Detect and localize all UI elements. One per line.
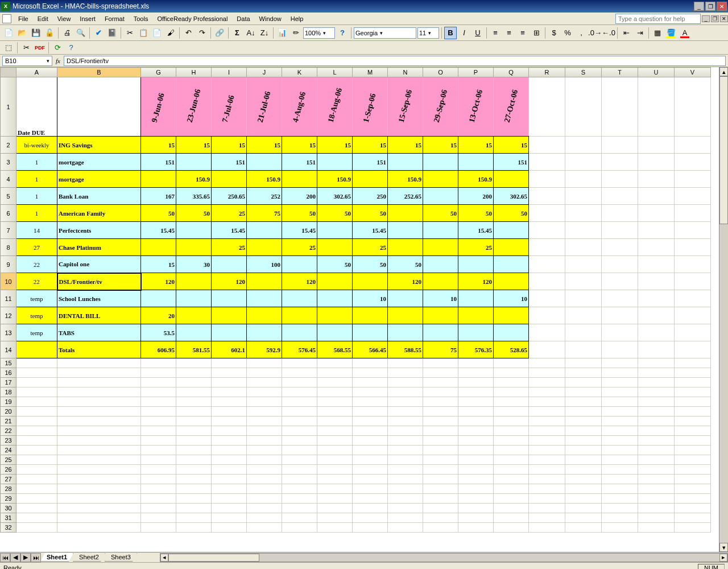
- cell-M32[interactable]: [353, 523, 388, 533]
- cell-L26[interactable]: [317, 465, 353, 475]
- cell-M18[interactable]: [353, 387, 388, 397]
- tab-next-icon[interactable]: ▶: [20, 553, 31, 562]
- cell-I18[interactable]: [212, 387, 247, 397]
- cell-val-14-4[interactable]: 576.45: [282, 341, 317, 358]
- cell-V25[interactable]: [675, 455, 711, 465]
- fill-color-icon[interactable]: 🪣: [665, 27, 677, 39]
- cell-U7[interactable]: [638, 222, 675, 239]
- cell-I27[interactable]: [212, 475, 247, 484]
- cell-U17[interactable]: [638, 378, 675, 387]
- cell-Q28[interactable]: [494, 484, 529, 494]
- cell-H21[interactable]: [176, 417, 212, 426]
- cell-U12[interactable]: [638, 307, 675, 324]
- col-header-P[interactable]: P: [458, 68, 494, 77]
- cell-M29[interactable]: [353, 494, 388, 504]
- date-header-7[interactable]: 15-Sep-06: [388, 77, 423, 137]
- row-header-17[interactable]: 17: [1, 378, 16, 387]
- sheet-tab-sheet1[interactable]: Sheet1: [40, 553, 73, 562]
- col-header-N[interactable]: N: [388, 68, 423, 77]
- save-icon[interactable]: 💾: [30, 27, 42, 39]
- cell-R29[interactable]: [529, 494, 565, 504]
- cell-val-14-7[interactable]: 588.55: [388, 341, 423, 358]
- cell-H20[interactable]: [176, 407, 212, 417]
- cell-R11[interactable]: [529, 290, 565, 307]
- cell-V16[interactable]: [675, 368, 711, 378]
- cell-val-3-5[interactable]: [317, 154, 353, 171]
- cell-P19[interactable]: [458, 397, 494, 407]
- currency-icon[interactable]: $: [548, 27, 560, 39]
- cell-H23[interactable]: [176, 436, 212, 446]
- cell-L17[interactable]: [317, 378, 353, 387]
- cell-val-4-8[interactable]: [423, 171, 458, 188]
- cell-J32[interactable]: [247, 523, 282, 533]
- cell-val-14-10[interactable]: 528.65: [494, 341, 529, 358]
- cell-P25[interactable]: [458, 455, 494, 465]
- tab-last-icon[interactable]: ⏭: [31, 553, 41, 562]
- cell-val-10-7[interactable]: 120: [388, 273, 423, 290]
- cell-val-9-1[interactable]: 30: [176, 256, 212, 273]
- cell-val-7-1[interactable]: [176, 222, 212, 239]
- cell-P15[interactable]: [458, 358, 494, 368]
- cell-due-7[interactable]: 14: [16, 222, 57, 239]
- cell-H24[interactable]: [176, 446, 212, 455]
- cell-J19[interactable]: [247, 397, 282, 407]
- cell-S5[interactable]: [565, 188, 602, 205]
- cell-K27[interactable]: [282, 475, 317, 484]
- row-header-18[interactable]: 18: [1, 387, 16, 397]
- cell-T15[interactable]: [602, 358, 638, 368]
- cell-M16[interactable]: [353, 368, 388, 378]
- cell-val-2-8[interactable]: 15: [423, 137, 458, 154]
- tab-prev-icon[interactable]: ◀: [10, 553, 20, 562]
- name-box[interactable]: B10▾: [2, 56, 52, 66]
- cell-I21[interactable]: [212, 417, 247, 426]
- cell-name-5[interactable]: Bank Loan: [57, 188, 141, 205]
- cell-U5[interactable]: [638, 188, 675, 205]
- cell-val-12-4[interactable]: [282, 307, 317, 324]
- increase-indent-icon[interactable]: ⇥: [634, 27, 646, 39]
- cell-val-3-6[interactable]: 151: [353, 154, 388, 171]
- cell-val-4-7[interactable]: 150.9: [388, 171, 423, 188]
- cell-R2[interactable]: [529, 137, 565, 154]
- cell-val-7-8[interactable]: [423, 222, 458, 239]
- cell-val-5-5[interactable]: 302.65: [317, 188, 353, 205]
- refresh-icon[interactable]: ⟳: [51, 42, 64, 54]
- cell-H25[interactable]: [176, 455, 212, 465]
- cell-V13[interactable]: [675, 324, 711, 341]
- cell-val-10-3[interactable]: [247, 273, 282, 290]
- cell-val-9-8[interactable]: [423, 256, 458, 273]
- cell-V17[interactable]: [675, 378, 711, 387]
- cell-T13[interactable]: [602, 324, 638, 341]
- cell-S32[interactable]: [565, 523, 602, 533]
- cell-T22[interactable]: [602, 426, 638, 436]
- cell-val-3-8[interactable]: [423, 154, 458, 171]
- cell-val-11-7[interactable]: [388, 290, 423, 307]
- cell-O23[interactable]: [423, 436, 458, 446]
- cell-S30[interactable]: [565, 504, 602, 513]
- cell-H19[interactable]: [176, 397, 212, 407]
- cell-S20[interactable]: [565, 407, 602, 417]
- cell-due-14[interactable]: [16, 341, 57, 358]
- cell-Q24[interactable]: [494, 446, 529, 455]
- cell-val-6-3[interactable]: 75: [247, 205, 282, 222]
- cell-J23[interactable]: [247, 436, 282, 446]
- cell-I23[interactable]: [212, 436, 247, 446]
- cell-A20[interactable]: [16, 407, 57, 417]
- cell-val-9-3[interactable]: 100: [247, 256, 282, 273]
- cell-val-11-5[interactable]: [317, 290, 353, 307]
- cell-val-7-0[interactable]: 15.45: [141, 222, 176, 239]
- cell-val-6-9[interactable]: 50: [458, 205, 494, 222]
- cell-B15[interactable]: [57, 358, 141, 368]
- scroll-up-icon[interactable]: ▴: [719, 67, 728, 76]
- cell-val-4-5[interactable]: 150.9: [317, 171, 353, 188]
- cell-due-3[interactable]: 1: [16, 154, 57, 171]
- cell-val-11-0[interactable]: [141, 290, 176, 307]
- cell-V10[interactable]: [675, 273, 711, 290]
- cell-val-4-4[interactable]: [282, 171, 317, 188]
- cell-K22[interactable]: [282, 426, 317, 436]
- cell-val-4-1[interactable]: 150.9: [176, 171, 212, 188]
- row-header-25[interactable]: 25: [1, 455, 16, 465]
- cell-G24[interactable]: [141, 446, 176, 455]
- cell-G30[interactable]: [141, 504, 176, 513]
- cell-M24[interactable]: [353, 446, 388, 455]
- cell-val-14-3[interactable]: 592.9: [247, 341, 282, 358]
